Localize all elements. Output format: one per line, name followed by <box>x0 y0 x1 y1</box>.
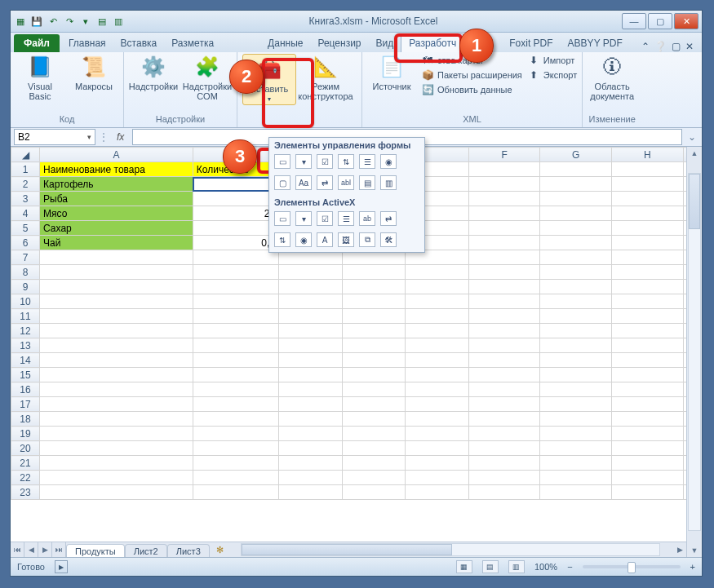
sheet-prev-icon[interactable]: ◀ <box>24 542 38 557</box>
sheet-tab-2[interactable]: Лист2 <box>125 544 167 558</box>
vscroll-up-icon[interactable]: ▲ <box>687 147 702 160</box>
row-header-10[interactable]: 10 <box>11 294 40 309</box>
cell-a2[interactable]: Картофель <box>40 177 193 192</box>
vertical-scrollbar[interactable] <box>688 173 701 531</box>
ax-image-icon[interactable]: 🖼 <box>338 232 354 247</box>
row-header-1[interactable]: 1 <box>11 162 40 177</box>
name-box-handle-icon[interactable]: ⋮ <box>99 131 109 143</box>
zoom-slider[interactable] <box>583 565 681 568</box>
tab-review[interactable]: Рецензир <box>310 34 368 52</box>
name-box[interactable]: B2 ▾ <box>14 129 95 145</box>
tab-view[interactable]: Вид <box>369 34 401 52</box>
cell-b6[interactable]: 0,3 <box>193 236 278 250</box>
form-combo-drop-icon[interactable]: ▥ <box>380 175 397 190</box>
view-page-break-icon[interactable]: ▥ <box>508 560 525 573</box>
sheet-tab-3[interactable]: Лист3 <box>167 544 210 558</box>
close-button[interactable]: ✕ <box>674 13 698 29</box>
vscroll-down-icon[interactable]: ▼ <box>687 544 702 557</box>
horizontal-scrollbar[interactable] <box>241 543 660 556</box>
form-checkbox-icon[interactable]: ☑ <box>317 154 333 169</box>
cell-a3[interactable]: Рыба <box>40 192 193 206</box>
row-header-5[interactable]: 5 <box>11 221 40 236</box>
sheet-next-icon[interactable]: ▶ <box>38 542 52 557</box>
tab-page-layout[interactable]: Разметка <box>164 34 221 52</box>
row-header-8[interactable]: 8 <box>11 265 40 280</box>
ax-scrollbar-icon[interactable]: ⇄ <box>380 211 397 226</box>
zoom-in-icon[interactable]: + <box>690 562 695 572</box>
zoom-value[interactable]: 100% <box>534 562 557 572</box>
row-header-6[interactable]: 6 <box>11 236 40 250</box>
row-header-7[interactable]: 7 <box>11 250 40 265</box>
row-header-4[interactable]: 4 <box>11 206 40 221</box>
view-normal-icon[interactable]: ▦ <box>456 560 472 573</box>
visual-basic-button[interactable]: 📘 Visual Basic <box>16 54 64 101</box>
hscroll-right-icon[interactable]: ▶ <box>673 543 686 556</box>
mdi-restore-icon[interactable]: ▢ <box>672 41 681 52</box>
row-header-11[interactable]: 11 <box>11 309 40 324</box>
qat-extra2-icon[interactable]: ▥ <box>112 15 125 28</box>
com-addins-button[interactable]: 🧩 Надстройки COM <box>183 54 232 101</box>
ax-button-icon[interactable]: ▭ <box>274 211 290 226</box>
zoom-out-icon[interactable]: − <box>567 562 572 572</box>
row-header-3[interactable]: 3 <box>11 192 40 206</box>
formula-bar-expand-icon[interactable]: ⌄ <box>685 131 698 143</box>
minimize-button[interactable]: — <box>622 13 646 29</box>
tab-insert[interactable]: Вставка <box>113 34 165 52</box>
fx-icon[interactable]: fx <box>112 131 129 143</box>
qat-more-icon[interactable]: ▾ <box>79 15 92 28</box>
vertical-scroll-thumb[interactable] <box>689 174 700 229</box>
row-header-16[interactable]: 16 <box>11 382 40 397</box>
addins-button[interactable]: ⚙️ Надстройки <box>129 54 178 91</box>
undo-icon[interactable]: ↶ <box>47 15 60 28</box>
row-header-15[interactable]: 15 <box>11 368 40 382</box>
row-header-9[interactable]: 9 <box>11 280 40 294</box>
qat-extra1-icon[interactable]: ▤ <box>95 15 109 28</box>
view-page-layout-icon[interactable]: ▤ <box>482 560 499 573</box>
row-header-23[interactable]: 23 <box>11 485 40 500</box>
tab-home[interactable]: Главная <box>61 34 113 52</box>
mdi-close-icon[interactable]: ✕ <box>685 41 694 52</box>
col-header-h[interactable]: H <box>612 148 684 162</box>
ax-listbox-icon[interactable]: ☰ <box>338 211 354 226</box>
macros-button[interactable]: 📜 Макросы <box>69 54 118 91</box>
row-header-20[interactable]: 20 <box>11 441 40 456</box>
ax-label-icon[interactable]: A <box>317 232 333 247</box>
ax-combobox-icon[interactable]: ▾ <box>295 211 312 226</box>
maximize-button[interactable]: ▢ <box>648 13 672 29</box>
ax-textbox-icon[interactable]: ab <box>359 211 375 226</box>
xml-source-button[interactable]: 📄 Источник <box>367 54 416 91</box>
select-all-corner[interactable]: ◢ <box>11 148 40 162</box>
ax-option-icon[interactable]: ◉ <box>295 232 312 247</box>
cell-b5[interactable]: 3 <box>193 221 278 236</box>
form-textfield-icon[interactable]: abl <box>338 175 354 190</box>
col-header-i[interactable]: I <box>683 148 686 162</box>
document-area-button[interactable]: 🛈 Область документа <box>588 54 636 101</box>
zoom-slider-knob[interactable] <box>628 562 636 573</box>
sheet-tab-active[interactable]: Продукты <box>66 544 125 558</box>
cell-b2[interactable]: 6 <box>193 177 278 192</box>
design-mode-button[interactable]: 📐 Режим конструктора <box>301 54 350 101</box>
xml-import[interactable]: ⬇Импорт <box>527 54 577 67</box>
xml-export[interactable]: ⬆Экспорт <box>527 69 577 82</box>
sheet-nav-arrows[interactable]: ⏮ ◀ ▶ ⏭ <box>11 542 66 557</box>
tab-foxit[interactable]: Foxit PDF <box>502 34 560 52</box>
row-header-14[interactable]: 14 <box>11 353 40 368</box>
help-icon[interactable]: ❔ <box>654 41 667 52</box>
form-button-icon[interactable]: ▭ <box>274 154 290 169</box>
xml-refresh-data[interactable]: 🔄Обновить данные <box>421 83 522 96</box>
form-listbox-icon[interactable]: ☰ <box>359 154 375 169</box>
row-header-21[interactable]: 21 <box>11 456 40 471</box>
form-combobox-icon[interactable]: ▾ <box>295 154 312 169</box>
cell-a5[interactable]: Сахар <box>40 221 193 236</box>
sheet-last-icon[interactable]: ⏭ <box>52 542 66 557</box>
form-combo-list-icon[interactable]: ▤ <box>359 175 375 190</box>
cell-b3[interactable]: 2 <box>193 192 278 206</box>
form-spinner-icon[interactable]: ⇅ <box>338 154 354 169</box>
form-option-icon[interactable]: ◉ <box>380 154 397 169</box>
row-header-13[interactable]: 13 <box>11 338 40 353</box>
row-header-22[interactable]: 22 <box>11 471 40 485</box>
col-header-f[interactable]: F <box>468 148 540 162</box>
row-header-2[interactable]: 2 <box>11 177 40 192</box>
ax-more-controls-icon[interactable]: 🛠 <box>380 232 397 247</box>
ax-togglebutton-icon[interactable]: ⧉ <box>359 232 375 247</box>
